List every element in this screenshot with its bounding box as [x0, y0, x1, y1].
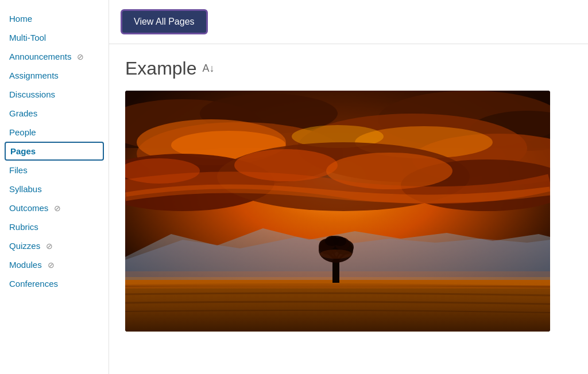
sidebar-item-label-conferences: Conferences	[9, 279, 58, 289]
sidebar-item-quizzes[interactable]: Quizzes⊘	[0, 236, 109, 255]
sidebar: HomeMulti-ToolAnnouncements⊘AssignmentsD…	[0, 0, 109, 374]
page-title-icon: A↓	[203, 63, 215, 75]
sidebar-item-label-syllabus: Syllabus	[9, 184, 42, 194]
sidebar-item-label-outcomes: Outcomes	[9, 203, 48, 213]
eye-icon-quizzes: ⊘	[46, 241, 53, 251]
sidebar-item-announcements[interactable]: Announcements⊘	[0, 47, 109, 66]
eye-icon-outcomes: ⊘	[54, 204, 61, 213]
eye-icon-announcements: ⊘	[77, 52, 84, 61]
sidebar-item-conferences[interactable]: Conferences	[0, 274, 109, 293]
sidebar-item-label-announcements: Announcements	[9, 52, 71, 61]
sidebar-item-discussions[interactable]: Discussions	[0, 85, 109, 104]
sidebar-item-label-rubrics: Rubrics	[9, 222, 38, 232]
sidebar-item-files[interactable]: Files	[0, 161, 109, 180]
svg-point-38	[320, 250, 352, 259]
sidebar-item-label-files: Files	[9, 165, 28, 175]
sidebar-item-home[interactable]: Home	[0, 9, 109, 28]
svg-rect-25	[332, 260, 339, 283]
sidebar-item-syllabus[interactable]: Syllabus	[0, 180, 109, 198]
page-body: Example A↓	[109, 44, 588, 345]
sidebar-item-multi-tool[interactable]: Multi-Tool	[0, 28, 109, 47]
main-content: View All Pages Example A↓	[109, 0, 588, 374]
topbar: View All Pages	[109, 0, 588, 44]
sidebar-item-label-discussions: Discussions	[9, 89, 55, 99]
sidebar-item-label-pages: Pages	[10, 146, 36, 156]
page-image	[125, 91, 550, 332]
sidebar-item-label-modules: Modules	[9, 260, 42, 270]
sidebar-item-label-grades: Grades	[9, 108, 37, 118]
sidebar-item-people[interactable]: People	[0, 123, 109, 142]
sidebar-item-label-home: Home	[9, 14, 32, 24]
landscape-image	[125, 91, 550, 332]
sidebar-item-label-assignments: Assignments	[9, 71, 59, 80]
sidebar-item-rubrics[interactable]: Rubrics	[0, 217, 109, 236]
page-title-row: Example A↓	[125, 58, 572, 79]
sidebar-item-label-multi-tool: Multi-Tool	[9, 33, 46, 42]
sidebar-item-modules[interactable]: Modules⊘	[0, 255, 109, 274]
svg-point-37	[334, 237, 346, 246]
view-all-pages-button[interactable]: View All Pages	[121, 9, 208, 34]
page-title: Example	[125, 58, 197, 79]
sidebar-item-grades[interactable]: Grades	[0, 104, 109, 123]
sidebar-item-label-people: People	[9, 127, 36, 137]
sidebar-item-pages[interactable]: Pages	[5, 142, 104, 161]
eye-icon-modules: ⊘	[48, 260, 55, 270]
sidebar-item-assignments[interactable]: Assignments	[0, 66, 109, 85]
sidebar-item-outcomes[interactable]: Outcomes⊘	[0, 198, 109, 217]
sidebar-item-label-quizzes: Quizzes	[9, 241, 40, 251]
